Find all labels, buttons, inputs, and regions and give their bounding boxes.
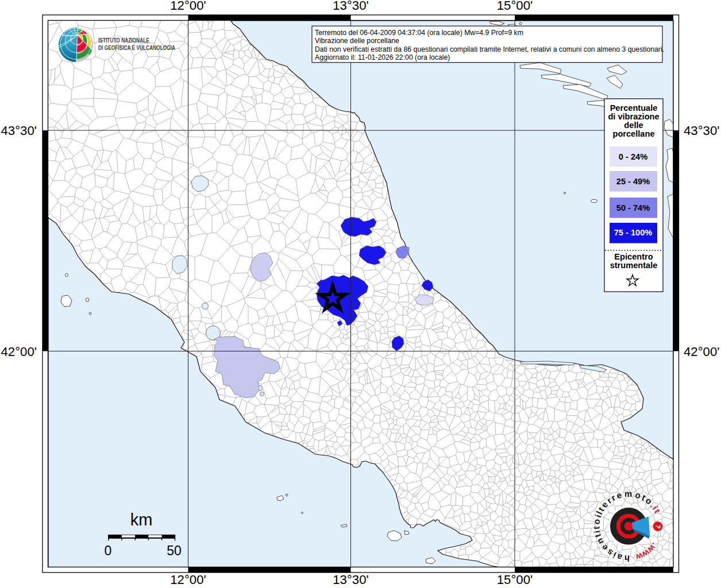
svg-text:42°00': 42°00' xyxy=(1,345,37,359)
svg-text:di vibrazione: di vibrazione xyxy=(608,112,659,121)
svg-text:delle: delle xyxy=(624,121,643,130)
svg-text:0: 0 xyxy=(105,543,112,558)
svg-text:50 - 74%: 50 - 74% xyxy=(616,203,650,212)
svg-text:43°30': 43°30' xyxy=(1,123,37,138)
svg-text:DI GEOFISICA E VULCANOLOGIA: DI GEOFISICA E VULCANOLOGIA xyxy=(98,44,176,52)
svg-text:ISTITUTO NAZIONALE: ISTITUTO NAZIONALE xyxy=(98,37,149,44)
svg-text:13°30': 13°30' xyxy=(333,0,368,13)
svg-text:13°30': 13°30' xyxy=(333,572,368,587)
svg-text:0 - 24%: 0 - 24% xyxy=(619,152,647,161)
svg-text:25 - 49%: 25 - 49% xyxy=(616,177,650,186)
svg-text:Vibrazione delle porcellane: Vibrazione delle porcellane xyxy=(315,37,399,45)
svg-text:Epicentro: Epicentro xyxy=(614,252,653,261)
svg-text:12°00': 12°00' xyxy=(170,572,206,587)
svg-text:t: t xyxy=(591,526,601,529)
svg-text:42°00': 42°00' xyxy=(684,345,719,359)
svg-text:m: m xyxy=(624,489,633,498)
svg-text:Dati non verificati estratti d: Dati non verificati estratti da 86 quest… xyxy=(315,45,664,53)
svg-text:porcellane: porcellane xyxy=(613,129,655,138)
svg-text:strumentale: strumentale xyxy=(610,261,658,270)
svg-text:15°00': 15°00' xyxy=(497,0,533,13)
svg-text:43°30': 43°30' xyxy=(684,123,719,138)
svg-text:75 - 100%: 75 - 100% xyxy=(614,228,653,237)
svg-text:Aggiornato il: 11-01-2026 22:0: Aggiornato il: 11-01-2026 22:00 (ora loc… xyxy=(315,53,450,61)
svg-text:Percentuale: Percentuale xyxy=(610,103,658,113)
svg-text:Terremoto del 06-04-2009 04:37: Terremoto del 06-04-2009 04:37:04 (ora l… xyxy=(315,29,523,37)
svg-text:15°00': 15°00' xyxy=(497,572,533,587)
svg-text:12°00': 12°00' xyxy=(170,0,206,13)
svg-text:50: 50 xyxy=(167,543,182,558)
svg-text:km: km xyxy=(130,510,153,529)
svg-text:h: h xyxy=(624,554,630,563)
